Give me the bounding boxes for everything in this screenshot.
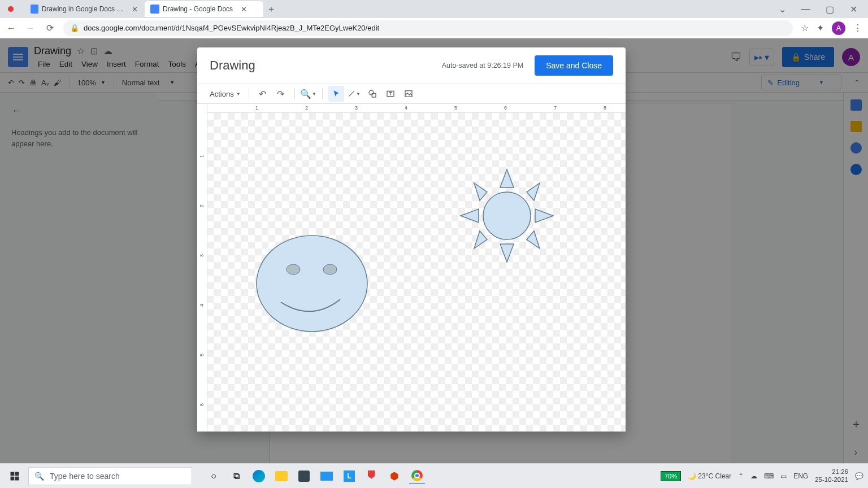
start-button[interactable] xyxy=(5,466,25,486)
tab-title: Drawing - Google Docs xyxy=(163,5,233,13)
notifications-icon[interactable]: 💬 xyxy=(855,472,863,480)
close-window-button[interactable]: ✕ xyxy=(847,2,860,16)
star-icon[interactable]: ☆ xyxy=(801,23,809,33)
wifi-icon[interactable]: ⌨ xyxy=(764,472,774,480)
mail-icon[interactable] xyxy=(319,468,335,484)
svg-rect-20 xyxy=(15,472,19,476)
redo-button[interactable]: ↷ xyxy=(273,86,289,102)
chevron-down-icon[interactable]: ⌄ xyxy=(775,2,789,16)
textbox-tool[interactable] xyxy=(383,86,398,102)
canvas-area: 1 2 3 4 5 6 1 2 3 4 5 6 7 8 xyxy=(197,104,626,432)
sun-shape[interactable] xyxy=(456,167,558,265)
drawing-modal: Drawing Auto-saved at 9:26:19 PM Save an… xyxy=(197,47,626,432)
battery-icon[interactable]: ▭ xyxy=(780,472,787,480)
explorer-icon[interactable] xyxy=(274,468,289,484)
battery-indicator[interactable]: 70% xyxy=(661,471,681,481)
browser-tab-strip: Drawing in Google Docs - Googl ✕ Drawing… xyxy=(0,0,868,18)
svg-rect-21 xyxy=(11,476,15,480)
svg-rect-22 xyxy=(15,476,19,480)
modal-header: Drawing Auto-saved at 9:26:19 PM Save an… xyxy=(197,47,626,84)
docs-favicon-icon xyxy=(31,5,38,14)
svg-marker-14 xyxy=(535,209,553,223)
vertical-ruler[interactable]: 1 2 3 4 5 6 xyxy=(197,104,207,432)
mcafee-icon[interactable]: ⛊ xyxy=(364,468,380,484)
drawing-canvas[interactable] xyxy=(207,113,626,432)
tray-chevron-icon[interactable]: ⌃ xyxy=(738,472,744,480)
weather-widget[interactable]: 🌙 23°C Clear xyxy=(688,472,731,480)
tab-title: Drawing in Google Docs - Googl xyxy=(42,5,124,13)
svg-marker-16 xyxy=(527,183,540,201)
shape-tool[interactable] xyxy=(364,86,380,102)
close-icon[interactable]: ✕ xyxy=(131,5,138,13)
url-input[interactable]: 🔒 docs.google.com/document/d/1Nsqaf4_PGe… xyxy=(63,20,793,36)
store-icon[interactable] xyxy=(296,468,312,484)
docs-favicon-icon xyxy=(150,5,159,14)
profile-avatar[interactable]: A xyxy=(832,21,845,35)
svg-rect-2 xyxy=(372,93,376,97)
actions-menu[interactable]: Actions▼ xyxy=(207,90,243,98)
taskview-icon[interactable]: ⧉ xyxy=(228,468,244,484)
record-icon xyxy=(8,6,14,12)
svg-point-8 xyxy=(287,264,300,274)
extensions-icon[interactable]: ✦ xyxy=(817,23,824,33)
chrome-icon[interactable] xyxy=(409,468,425,484)
close-icon[interactable]: ✕ xyxy=(240,5,248,13)
language-indicator[interactable]: ENG xyxy=(793,472,808,480)
moon-icon: 🌙 xyxy=(688,472,696,480)
horizontal-ruler[interactable]: 1 2 3 4 5 6 7 8 xyxy=(207,104,626,113)
cortana-icon[interactable]: ○ xyxy=(206,468,222,484)
browser-tab[interactable]: Drawing - Google Docs ✕ xyxy=(145,1,263,17)
app-l-icon[interactable]: L xyxy=(341,468,357,484)
svg-point-1 xyxy=(369,90,374,95)
back-button[interactable]: ← xyxy=(6,23,17,33)
svg-point-9 xyxy=(323,264,337,274)
save-and-close-button[interactable]: Save and Close xyxy=(535,55,613,76)
search-icon: 🔍 xyxy=(34,472,44,481)
svg-rect-19 xyxy=(11,472,15,476)
image-tool[interactable] xyxy=(401,86,416,102)
svg-line-0 xyxy=(349,91,354,96)
maximize-button[interactable]: ▢ xyxy=(823,2,836,16)
smiley-shape[interactable] xyxy=(255,234,368,333)
svg-point-10 xyxy=(483,192,531,239)
autosave-status: Auto-saved at 9:26:19 PM xyxy=(442,62,524,69)
system-clock[interactable]: 21:26 25-10-2021 xyxy=(815,468,848,484)
office-icon[interactable]: ⬢ xyxy=(387,468,402,484)
onedrive-icon[interactable]: ☁ xyxy=(750,472,757,480)
url-text: docs.google.com/document/d/1Nsqaf4_PGevS… xyxy=(84,24,379,32)
browser-tab[interactable] xyxy=(3,1,24,17)
kebab-menu-icon[interactable]: ⋮ xyxy=(853,23,862,33)
svg-marker-17 xyxy=(474,231,487,249)
minimize-button[interactable]: — xyxy=(799,2,813,16)
svg-point-7 xyxy=(257,236,367,332)
drawing-toolbar: Actions▼ ↶ ↷ 🔍▼ ▼ xyxy=(197,84,626,104)
forward-button[interactable]: → xyxy=(25,23,36,33)
svg-marker-11 xyxy=(500,169,514,188)
select-tool[interactable] xyxy=(328,86,344,102)
svg-marker-15 xyxy=(474,183,487,201)
edge-icon[interactable] xyxy=(251,468,267,484)
svg-marker-18 xyxy=(527,231,540,249)
lock-icon: 🔒 xyxy=(70,24,79,32)
browser-tab[interactable]: Drawing in Google Docs - Googl ✕ xyxy=(25,1,144,17)
new-tab-button[interactable]: ＋ xyxy=(264,2,278,16)
modal-title: Drawing xyxy=(210,58,255,73)
zoom-button[interactable]: 🔍▼ xyxy=(301,86,316,102)
search-placeholder: Type here to search xyxy=(50,472,120,481)
reload-button[interactable]: ⟳ xyxy=(44,23,55,33)
address-bar: ← → ⟳ 🔒 docs.google.com/document/d/1Nsqa… xyxy=(0,18,868,38)
taskbar-search[interactable]: 🔍 Type here to search xyxy=(28,467,192,485)
svg-marker-12 xyxy=(500,244,514,262)
line-tool[interactable]: ▼ xyxy=(346,86,362,102)
windows-taskbar: 🔍 Type here to search ○ ⧉ L ⛊ ⬢ 70% 🌙 23… xyxy=(0,463,868,488)
undo-button[interactable]: ↶ xyxy=(255,86,271,102)
svg-marker-13 xyxy=(461,209,479,223)
